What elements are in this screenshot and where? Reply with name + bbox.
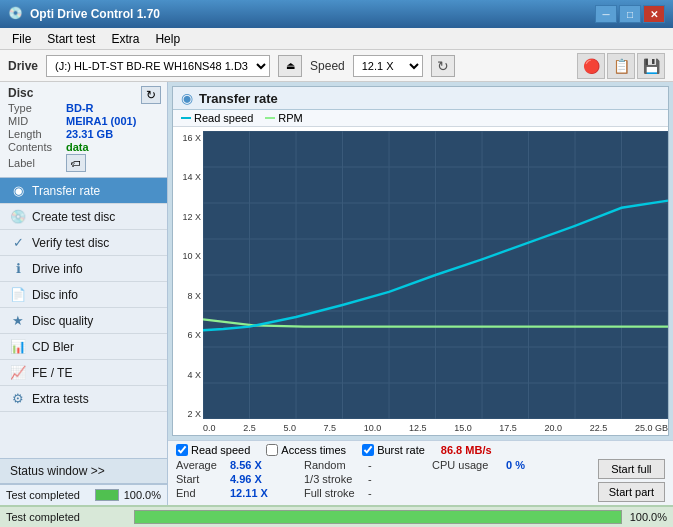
sidebar-progress-percent: 100.0% [123, 489, 161, 501]
bottom-percent: 100.0% [630, 511, 667, 523]
eject-button[interactable]: ⏏ [278, 55, 302, 77]
disc-contents-row: Contents data [8, 141, 159, 153]
status-window-label: Status window >> [10, 464, 105, 478]
end-label: End [176, 487, 226, 499]
start-value: 4.96 X [230, 473, 262, 485]
disc-type-value: BD-R [66, 102, 94, 114]
burst-rate-value: 86.8 MB/s [441, 444, 492, 456]
burst-rate-checkbox-text: Burst rate [377, 444, 425, 456]
nav-verify-test-disc[interactable]: ✓ Verify test disc [0, 230, 167, 256]
disc-panel: Disc ↻ Type BD-R MID MEIRA1 (001) Length… [0, 82, 167, 178]
app-icon: 💿 [8, 6, 24, 22]
disc-label-button[interactable]: 🏷 [66, 154, 86, 172]
nav-disc-quality-label: Disc quality [32, 314, 93, 328]
nav-extra-tests-label: Extra tests [32, 392, 89, 406]
disc-length-row: Length 23.31 GB [8, 128, 159, 140]
y-axis-labels: 16 X 14 X 12 X 10 X 8 X 6 X 4 X 2 X [173, 131, 203, 419]
drive-label: Drive [8, 59, 38, 73]
access-times-checkbox-label[interactable]: Access times [266, 444, 346, 456]
disc-length-label: Length [8, 128, 66, 140]
close-button[interactable]: ✕ [643, 5, 665, 23]
fe-te-icon: 📈 [10, 365, 26, 380]
maximize-button[interactable]: □ [619, 5, 641, 23]
menu-help[interactable]: Help [147, 30, 188, 48]
chart-container: 16 X 14 X 12 X 10 X 8 X 6 X 4 X 2 X [173, 127, 668, 435]
cpu-label: CPU usage [432, 459, 502, 471]
action-buttons: Start full Start part [598, 459, 665, 502]
nav-create-test-disc[interactable]: 💿 Create test disc [0, 204, 167, 230]
toolbar-icon-3[interactable]: 💾 [637, 53, 665, 79]
nav-transfer-rate-label: Transfer rate [32, 184, 100, 198]
legend-rpm-dot [265, 117, 275, 119]
nav-cd-bler-label: CD Bler [32, 340, 74, 354]
stats-area: Read speed Access times Burst rate 86.8 … [168, 440, 673, 505]
onethird-label: 1/3 stroke [304, 473, 364, 485]
checkboxes-row: Read speed Access times Burst rate 86.8 … [176, 444, 665, 456]
read-speed-checkbox[interactable] [176, 444, 188, 456]
legend-read-speed-label: Read speed [194, 112, 253, 124]
nav-extra-tests[interactable]: ⚙ Extra tests [0, 386, 167, 412]
disc-quality-icon: ★ [10, 313, 26, 328]
avg-label: Average [176, 459, 226, 471]
fullstroke-label: Full stroke [304, 487, 364, 499]
chart-title-icon: ◉ [181, 90, 193, 106]
chart-legend: Read speed RPM [173, 110, 668, 127]
chart-panel: ◉ Transfer rate Read speed RPM 16 [172, 86, 669, 436]
sidebar: Disc ↻ Type BD-R MID MEIRA1 (001) Length… [0, 82, 168, 505]
nav-disc-info[interactable]: 📄 Disc info [0, 282, 167, 308]
minimize-button[interactable]: ─ [595, 5, 617, 23]
end-value: 12.11 X [230, 487, 268, 499]
disc-type-label: Type [8, 102, 66, 114]
sidebar-progress-area: Test completed 100.0% [0, 484, 167, 505]
app-title: Opti Drive Control 1.70 [30, 7, 595, 21]
drive-select[interactable]: (J:) HL-DT-ST BD-RE WH16NS48 1.D3 [46, 55, 270, 77]
sidebar-progress-fill [96, 490, 118, 500]
disc-refresh-button[interactable]: ↻ [141, 86, 161, 104]
stats-and-buttons: Average 8.56 X Random - CPU usage 0 % [176, 459, 665, 502]
burst-rate-checkbox-label[interactable]: Burst rate [362, 444, 425, 456]
nav-drive-info[interactable]: ℹ Drive info [0, 256, 167, 282]
chart-svg [203, 131, 668, 419]
menu-file[interactable]: File [4, 30, 39, 48]
disc-mid-value: MEIRA1 (001) [66, 115, 136, 127]
speed-refresh-button[interactable]: ↻ [431, 55, 455, 77]
legend-rpm: RPM [265, 112, 302, 124]
disc-contents-label: Contents [8, 141, 66, 153]
main-layout: Disc ↻ Type BD-R MID MEIRA1 (001) Length… [0, 82, 673, 505]
nav-cd-bler[interactable]: 📊 CD Bler [0, 334, 167, 360]
start-full-button[interactable]: Start full [598, 459, 665, 479]
access-times-checkbox[interactable] [266, 444, 278, 456]
extra-tests-icon: ⚙ [10, 391, 26, 406]
access-times-checkbox-text: Access times [281, 444, 346, 456]
nav-fe-te[interactable]: 📈 FE / TE [0, 360, 167, 386]
window-controls: ─ □ ✕ [595, 5, 665, 23]
bottom-status-text: Test completed [6, 511, 126, 523]
stats-grid: Average 8.56 X Random - CPU usage 0 % [176, 459, 590, 502]
disc-mid-label: MID [8, 115, 66, 127]
stat-row-1: Average 8.56 X Random - CPU usage 0 % [176, 459, 590, 471]
stat-row-3: End 12.11 X Full stroke - [176, 487, 590, 499]
start-label: Start [176, 473, 226, 485]
nav-transfer-rate[interactable]: ◉ Transfer rate [0, 178, 167, 204]
title-bar: 💿 Opti Drive Control 1.70 ─ □ ✕ [0, 0, 673, 28]
transfer-rate-icon: ◉ [10, 183, 26, 198]
speed-select[interactable]: 12.1 X [353, 55, 423, 77]
disc-info-icon: 📄 [10, 287, 26, 302]
cd-bler-icon: 📊 [10, 339, 26, 354]
status-window-button[interactable]: Status window >> [0, 458, 167, 484]
menu-extra[interactable]: Extra [103, 30, 147, 48]
x-axis-labels: 0.0 2.5 5.0 7.5 10.0 12.5 15.0 17.5 20.0… [203, 423, 668, 433]
menu-start-test[interactable]: Start test [39, 30, 103, 48]
disc-length-value: 23.31 GB [66, 128, 113, 140]
toolbar-icon-1[interactable]: 🔴 [577, 53, 605, 79]
cpu-value: 0 % [506, 459, 525, 471]
read-speed-checkbox-label[interactable]: Read speed [176, 444, 250, 456]
create-test-disc-icon: 💿 [10, 209, 26, 224]
burst-rate-checkbox[interactable] [362, 444, 374, 456]
bottom-progress-bar [134, 510, 622, 524]
toolbar-icon-2[interactable]: 📋 [607, 53, 635, 79]
onethird-value: - [368, 473, 372, 485]
sidebar-progress-bar [95, 489, 119, 501]
nav-disc-quality[interactable]: ★ Disc quality [0, 308, 167, 334]
start-part-button[interactable]: Start part [598, 482, 665, 502]
